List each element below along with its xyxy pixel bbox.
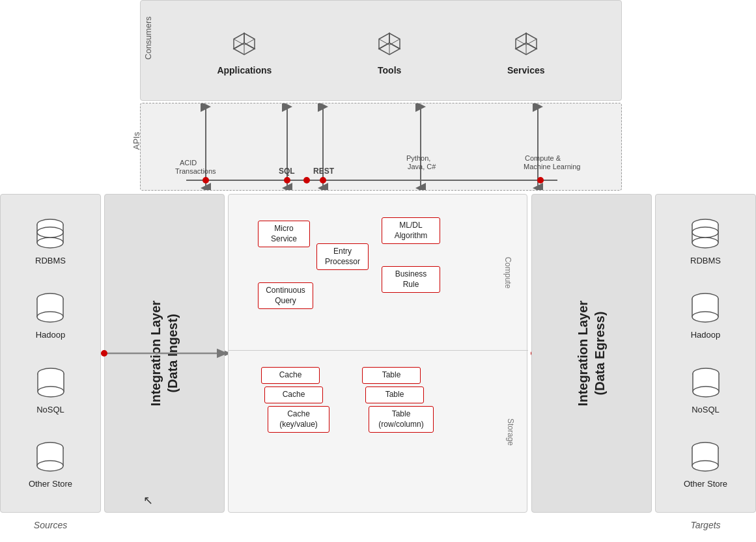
- svg-line-15: [516, 39, 526, 45]
- targets-section-label: Targets: [656, 520, 755, 530]
- table2-box: Table: [365, 386, 424, 403]
- rdbms-source-label: RDBMS: [35, 256, 66, 265]
- svg-line-4: [244, 39, 255, 45]
- continuous-query-box: Continuous Query: [258, 282, 313, 309]
- consumer-services: Services: [507, 26, 545, 75]
- svg-point-26: [537, 177, 544, 183]
- svg-point-52: [38, 386, 64, 397]
- tools-label: Tools: [378, 65, 401, 75]
- svg-point-41: [37, 237, 63, 248]
- applications-label: Applications: [217, 65, 272, 75]
- target-other: Other Store: [684, 441, 727, 489]
- svg-marker-14: [526, 33, 537, 49]
- svg-text:Java, C#: Java, C#: [408, 163, 436, 170]
- svg-point-78: [693, 386, 719, 397]
- integration-egress: Integration Layer (Data Egress): [531, 194, 652, 513]
- hadoop-source-label: Hadoop: [36, 330, 66, 340]
- nosql-target-label: NoSQL: [692, 405, 720, 414]
- storage-label: Storage: [506, 418, 515, 446]
- target-nosql: NoSQL: [692, 367, 720, 414]
- svg-point-24: [203, 177, 209, 183]
- services-label: Services: [507, 65, 545, 75]
- cache2-box: Cache: [264, 386, 323, 403]
- svg-point-42: [37, 227, 63, 237]
- svg-point-67: [692, 237, 718, 248]
- source-other: Other Store: [29, 441, 72, 489]
- svg-line-9: [379, 39, 389, 45]
- svg-point-57: [37, 461, 63, 471]
- apis-label: APIs: [132, 132, 141, 150]
- svg-text:Compute &: Compute &: [525, 154, 561, 162]
- targets-section: RDBMS Hadoop: [655, 194, 756, 513]
- rdbms-target-label: RDBMS: [690, 256, 721, 265]
- other-target-label: Other Store: [684, 479, 727, 489]
- hadoop-target-icon: [691, 292, 720, 326]
- nosql-source-label: NoSQL: [36, 405, 64, 414]
- svg-text:SQL: SQL: [279, 167, 295, 176]
- svg-point-25: [303, 177, 310, 183]
- source-rdbms: RDBMS: [35, 218, 66, 265]
- consumer-applications: Applications: [217, 26, 272, 75]
- nosql-source-icon: [36, 367, 65, 401]
- svg-marker-8: [389, 33, 400, 49]
- consumers-label: Consumers: [143, 16, 153, 59]
- consumers-icons: Applications Tools: [141, 1, 621, 100]
- main-body: RDBMS Hadoop: [0, 194, 756, 542]
- consumers-section: Consumers Applications: [140, 0, 622, 101]
- applications-icon: [227, 26, 261, 60]
- svg-point-68: [692, 227, 718, 237]
- svg-line-10: [389, 39, 400, 45]
- micro-service-box: Micro Service: [258, 221, 310, 247]
- rdbms-source-icon: [36, 218, 64, 252]
- svg-marker-13: [516, 33, 526, 49]
- svg-point-59: [101, 350, 107, 357]
- ml-dl-box: ML/DL Algorithm: [382, 217, 440, 244]
- table1-box: Table: [362, 367, 421, 384]
- integration-egress-label: Integration Layer (Data Egress): [574, 301, 608, 406]
- other-target-icon: [691, 441, 720, 475]
- source-nosql: NoSQL: [36, 367, 65, 414]
- nosql-target-icon: [692, 367, 720, 401]
- cache3-box: Cache (key/value): [268, 406, 329, 433]
- ingest-arrow-svg: [101, 344, 234, 363]
- table3-box: Table (row/column): [369, 406, 434, 433]
- core-section: Compute Micro Service Entry Processor ML…: [228, 194, 527, 513]
- svg-text:REST: REST: [313, 167, 335, 176]
- svg-point-83: [692, 461, 718, 471]
- business-rule-box: Business Rule: [382, 266, 440, 293]
- hadoop-source-icon: [36, 292, 64, 326]
- compute-area: Compute Micro Service Entry Processor ML…: [229, 195, 528, 351]
- diagram: Consumers Applications: [0, 0, 756, 542]
- hadoop-target-label: Hadoop: [691, 330, 721, 340]
- sources-section: RDBMS Hadoop: [0, 194, 101, 513]
- svg-point-35: [284, 177, 290, 183]
- other-source-label: Other Store: [29, 479, 72, 489]
- other-source-icon: [36, 441, 64, 475]
- consumer-tools: Tools: [372, 26, 406, 75]
- svg-text:ACID: ACID: [180, 159, 197, 167]
- tools-icon: [372, 26, 406, 60]
- svg-text:Transactions: Transactions: [175, 167, 216, 175]
- storage-area: Storage Cache Cache Cache (key/value) Ta…: [229, 351, 528, 513]
- apis-svg: ACID Transactions SQL REST Python, Java,…: [141, 103, 621, 190]
- source-hadoop: Hadoop: [36, 292, 66, 340]
- svg-text:Machine Learning: Machine Learning: [524, 163, 580, 170]
- svg-marker-1: [234, 33, 244, 49]
- target-hadoop: Hadoop: [691, 292, 721, 340]
- apis-section: APIs: [140, 103, 622, 191]
- services-icon: [509, 26, 543, 60]
- svg-point-47: [37, 312, 63, 322]
- svg-line-3: [234, 39, 244, 45]
- svg-marker-7: [379, 33, 389, 49]
- entry-processor-box: Entry Processor: [316, 243, 369, 270]
- svg-marker-2: [244, 33, 255, 49]
- rdbms-target-icon: [691, 218, 720, 252]
- sources-section-label: Sources: [1, 520, 100, 530]
- target-rdbms: RDBMS: [690, 218, 721, 265]
- svg-point-73: [692, 312, 718, 322]
- cache1-box: Cache: [261, 367, 320, 384]
- compute-label: Compute: [504, 256, 513, 288]
- svg-text:Python,: Python,: [406, 154, 430, 162]
- svg-line-16: [526, 39, 537, 45]
- svg-point-36: [320, 177, 326, 183]
